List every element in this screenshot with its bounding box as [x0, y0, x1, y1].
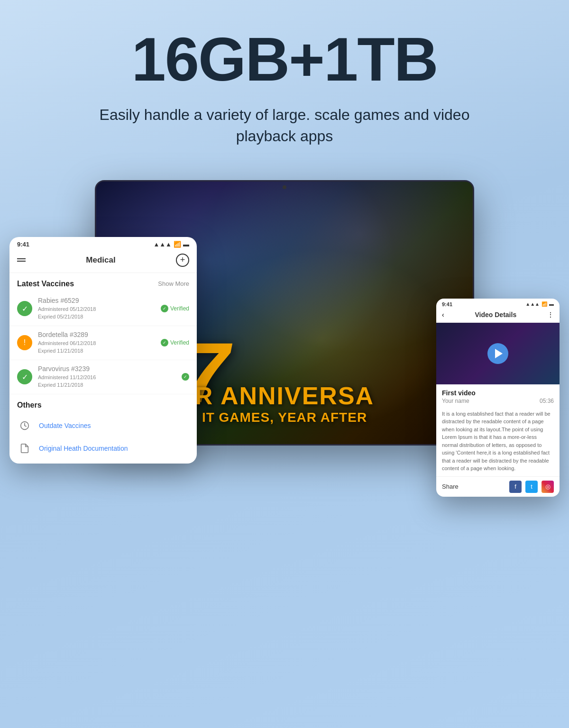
video-status-bar: 9:41 ▲▲▲ 📶 ▬ [436, 299, 560, 309]
menu-icon[interactable] [17, 258, 26, 262]
medical-app: 9:41 ▲▲▲ 📶 ▬ Medical + Latest Vaccines S… [9, 237, 197, 464]
verified-dot-3: ✓ [182, 373, 189, 381]
twitter-share-button[interactable]: t [525, 481, 538, 493]
add-button[interactable]: + [176, 254, 189, 267]
hero-subtitle: Easily handle a variety of large. scale … [90, 104, 479, 147]
hero-title: 16GB+1TB [38, 28, 531, 90]
video-duration: 05:36 [540, 398, 554, 404]
tablet-camera [283, 185, 286, 189]
outdate-vaccines-label: Outdate Vaccines [39, 422, 91, 429]
video-app-title: Video Details [475, 311, 517, 318]
video-thumbnail [436, 323, 560, 384]
video-status-time: 9:41 [442, 301, 452, 307]
vaccine-icon-rabies: ✓ [17, 301, 32, 316]
scene-container: 7 R ANNIVERSA IT GAMES, YEAR AFTER 9:41 … [0, 180, 569, 502]
hero-section: 16GB+1TB Easily handle a variety of larg… [0, 0, 569, 161]
vaccine-item-bordetella: ! Bordetella #3289 Administered 06/12/20… [9, 326, 197, 360]
vaccine-icon-parvovirus: ✓ [17, 369, 32, 384]
battery-icon: ▬ [183, 241, 189, 248]
status-icons: ▲▲▲ 📶 ▬ [153, 241, 189, 248]
video-author: Your name [442, 398, 469, 404]
play-button[interactable] [487, 343, 508, 364]
video-app: 9:41 ▲▲▲ 📶 ▬ ‹ Video Details ⋮ First vid… [436, 299, 560, 497]
share-icons: f t ◎ [509, 481, 554, 493]
vaccine-id-parvovirus: #3239 [71, 365, 90, 373]
vaccine-name-rabies: Rabies #6529 [38, 297, 161, 304]
clock-icon [17, 418, 32, 433]
wifi-icon: 📶 [174, 241, 181, 248]
signal-icon: ▲▲▲ [153, 241, 172, 248]
other-item-documentation[interactable]: Original Heath Documentation [17, 437, 189, 460]
vaccine-icon-bordetella: ! [17, 335, 32, 350]
vaccine-dates-rabies: Administered 05/12/2018 Expried 05/21/20… [38, 305, 161, 321]
vaccine-info-parvovirus: Parvovirus #3239 Administered 11/12/2016… [38, 365, 182, 389]
verified-badge-rabies: ✓ Verified [161, 305, 189, 312]
others-section: Others Outdate Vaccines Origina [9, 394, 197, 464]
vaccine-dates-bordetella: Administered 06/12/2018 Expried 11/21/20… [38, 339, 161, 355]
vaccine-dates-parvovirus: Administered 11/12/2016 Expried 11/21/20… [38, 373, 182, 389]
video-description: It is a long established fact that a rea… [436, 407, 560, 476]
vaccine-item-parvovirus: ✓ Parvovirus #3239 Administered 11/12/20… [9, 360, 197, 394]
latest-vaccines-header: Latest Vaccines Show More [9, 273, 197, 292]
video-app-header: ‹ Video Details ⋮ [436, 309, 560, 323]
games-text: IT GAMES, YEAR AFTER [202, 410, 367, 425]
vaccine-id-rabies: #6529 [60, 297, 79, 304]
original-health-label: Original Heath Documentation [39, 445, 128, 452]
video-wifi-icon: 📶 [541, 301, 547, 307]
anniversary-text: R ANNIVERSA [195, 382, 374, 410]
video-share: Share f t ◎ [436, 476, 560, 497]
back-icon[interactable]: ‹ [442, 311, 444, 318]
video-battery-icon: ▬ [549, 301, 554, 307]
others-title: Others [17, 401, 189, 410]
app-title: Medical [26, 255, 176, 265]
video-meta: Your name 05:36 [442, 398, 554, 404]
video-signal-icon: ▲▲▲ [525, 301, 540, 307]
vaccine-id-bordetella: #3289 [70, 331, 88, 338]
video-title: First video [442, 389, 554, 397]
other-item-outdate[interactable]: Outdate Vaccines [17, 414, 189, 437]
app-status-bar: 9:41 ▲▲▲ 📶 ▬ [9, 237, 197, 250]
video-info: First video Your name 05:36 [436, 384, 560, 407]
vaccine-name-bordetella: Bordetella #3289 [38, 331, 161, 338]
verified-dot-2: ✓ [161, 339, 168, 346]
verified-badge-bordetella: ✓ Verified [161, 339, 189, 346]
section-title-vaccines: Latest Vaccines [17, 280, 74, 288]
instagram-share-button[interactable]: ◎ [541, 481, 554, 493]
show-more-button[interactable]: Show More [158, 280, 189, 287]
vaccine-name-parvovirus: Parvovirus #3239 [38, 365, 182, 373]
vaccine-item-rabies: ✓ Rabies #6529 Administered 05/12/2018 E… [9, 292, 197, 326]
verified-icon-parvovirus: ✓ [182, 373, 189, 381]
share-label: Share [442, 483, 459, 490]
vaccine-info-rabies: Rabies #6529 Administered 05/12/2018 Exp… [38, 297, 161, 321]
document-icon [17, 441, 32, 456]
video-status-icons: ▲▲▲ 📶 ▬ [525, 301, 554, 307]
verified-dot: ✓ [161, 305, 168, 312]
more-icon[interactable]: ⋮ [547, 311, 554, 318]
play-triangle-icon [495, 349, 503, 358]
vaccine-info-bordetella: Bordetella #3289 Administered 06/12/2018… [38, 331, 161, 355]
facebook-share-button[interactable]: f [509, 481, 522, 493]
status-time: 9:41 [17, 241, 29, 248]
app-header: Medical + [9, 250, 197, 273]
